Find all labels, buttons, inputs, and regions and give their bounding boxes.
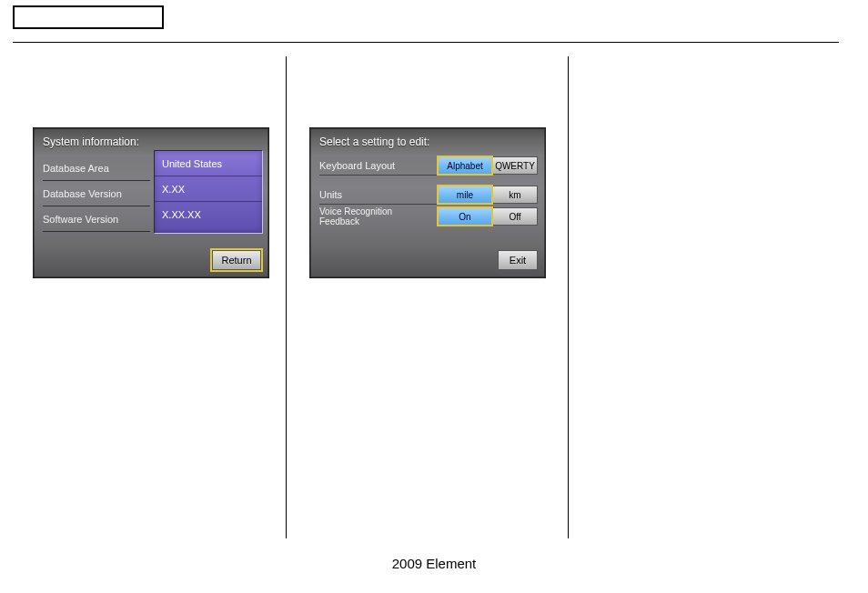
column-3 [566,56,839,538]
panel2-title: Select a setting to edit: [319,136,429,148]
panel1-title: System information: [43,136,139,148]
columns-container: System information: Database Area Databa… [13,56,839,538]
label-database-area: Database Area [43,156,150,181]
horizontal-rule [13,42,839,43]
value-database-area: United States [155,151,262,176]
row-units: Units mile km [319,185,538,205]
toggle-keyboard-layout: Alphabet QWERTY [438,156,538,175]
option-alphabet[interactable]: Alphabet [438,156,492,175]
exit-button[interactable]: Exit [498,250,538,270]
label-units: Units [319,185,438,205]
row-voice-recognition-feedback: Voice RecognitionFeedback On Off [319,206,538,226]
option-on[interactable]: On [438,207,492,226]
row-keyboard-layout: Keyboard Layout Alphabet QWERTY [319,156,538,176]
label-voice-recognition-feedback: Voice RecognitionFeedback [319,206,438,226]
return-button[interactable]: Return [212,250,261,270]
option-off[interactable]: Off [492,207,538,226]
label-software-version: Software Version [43,206,150,232]
sysinfo-labels: Database Area Database Version Software … [43,156,150,232]
footer-text: 2009 Element [0,556,868,571]
toggle-voice-feedback: On Off [438,207,538,226]
column-1: System information: Database Area Databa… [13,56,289,538]
column-2: Select a setting to edit: Keyboard Layou… [289,56,566,538]
select-setting-panel: Select a setting to edit: Keyboard Layou… [309,127,546,278]
option-qwerty[interactable]: QWERTY [492,156,538,175]
value-software-version: X.XX.XX [155,202,262,227]
system-information-panel: System information: Database Area Databa… [33,127,269,278]
option-km[interactable]: km [492,186,538,204]
top-empty-box [13,5,164,29]
label-database-version: Database Version [43,181,150,206]
label-keyboard-layout: Keyboard Layout [319,156,438,176]
sysinfo-values: United States X.XX X.XX.XX [154,150,263,234]
toggle-units: mile km [438,186,538,204]
value-database-version: X.XX [155,176,262,202]
option-mile[interactable]: mile [438,186,492,204]
